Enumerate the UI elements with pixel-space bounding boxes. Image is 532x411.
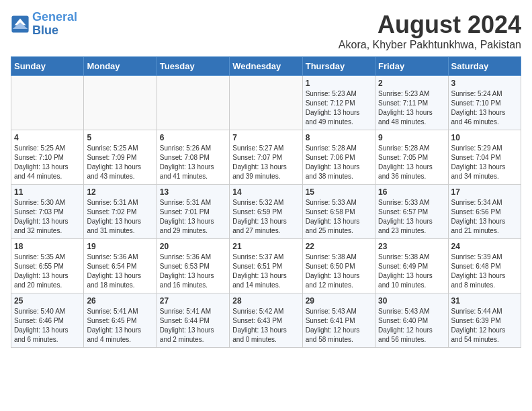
- daylight-info: Daylight: 13 hours and 38 minutes.: [306, 163, 360, 180]
- day-number: 31: [451, 296, 518, 306]
- sunset-info: Sunset: 7:03 PM: [14, 208, 64, 216]
- header-saturday: Saturday: [448, 57, 521, 76]
- calendar-cell: 7 Sunrise: 5:27 AM Sunset: 7:07 PM Dayli…: [230, 130, 302, 185]
- calendar-cell: 2 Sunrise: 5:23 AM Sunset: 7:11 PM Dayli…: [375, 76, 448, 130]
- sunset-info: Sunset: 6:40 PM: [378, 317, 428, 324]
- sunrise-info: Sunrise: 5:35 AM: [14, 253, 65, 261]
- day-number: 26: [87, 296, 153, 306]
- sunset-info: Sunset: 6:45 PM: [87, 317, 136, 324]
- sunset-info: Sunset: 7:02 PM: [87, 208, 136, 216]
- daylight-info: Daylight: 13 hours and 32 minutes.: [14, 218, 69, 234]
- calendar-cell: 1 Sunrise: 5:23 AM Sunset: 7:12 PM Dayli…: [302, 76, 375, 130]
- header-thursday: Thursday: [302, 57, 375, 76]
- sunrise-info: Sunrise: 5:25 AM: [14, 144, 65, 152]
- sunrise-info: Sunrise: 5:29 AM: [451, 144, 502, 152]
- daylight-info: Daylight: 13 hours and 43 minutes.: [87, 163, 141, 180]
- daylight-info: Daylight: 13 hours and 16 minutes.: [160, 272, 214, 289]
- page-header: General Blue August 2024 Akora, Khyber P…: [11, 11, 521, 51]
- day-number: 4: [14, 133, 81, 142]
- day-number: 10: [451, 133, 518, 142]
- calendar-cell: 24 Sunrise: 5:39 AM Sunset: 6:48 PM Dayl…: [448, 239, 521, 293]
- sunrise-info: Sunrise: 5:42 AM: [232, 308, 283, 315]
- header-friday: Friday: [375, 57, 448, 76]
- sunrise-info: Sunrise: 5:23 AM: [306, 90, 357, 97]
- day-number: 12: [87, 187, 153, 197]
- sunset-info: Sunset: 7:10 PM: [14, 154, 64, 161]
- day-number: 8: [306, 133, 372, 142]
- day-number: 30: [378, 296, 445, 306]
- sunset-info: Sunset: 7:12 PM: [306, 99, 355, 107]
- sunset-info: Sunset: 6:58 PM: [306, 208, 355, 216]
- day-number: 14: [232, 187, 299, 197]
- day-number: 22: [306, 242, 372, 251]
- calendar-cell: 12 Sunrise: 5:31 AM Sunset: 7:02 PM Dayl…: [84, 185, 157, 239]
- sunrise-info: Sunrise: 5:36 AM: [160, 253, 211, 261]
- sunset-info: Sunset: 6:49 PM: [378, 263, 428, 270]
- sunset-info: Sunset: 6:39 PM: [451, 317, 501, 324]
- calendar-cell: 20 Sunrise: 5:36 AM Sunset: 6:53 PM Dayl…: [157, 239, 229, 293]
- sunrise-info: Sunrise: 5:38 AM: [306, 253, 357, 261]
- daylight-info: Daylight: 13 hours and 25 minutes.: [306, 218, 360, 234]
- calendar-cell: [230, 76, 302, 130]
- sunset-info: Sunset: 7:09 PM: [87, 154, 136, 161]
- calendar-cell: 6 Sunrise: 5:26 AM Sunset: 7:08 PM Dayli…: [157, 130, 229, 185]
- calendar-cell: 4 Sunrise: 5:25 AM Sunset: 7:10 PM Dayli…: [11, 130, 84, 185]
- sunset-info: Sunset: 6:41 PM: [306, 317, 355, 324]
- day-number: 7: [232, 133, 299, 142]
- sunrise-info: Sunrise: 5:28 AM: [378, 144, 429, 152]
- header-wednesday: Wednesday: [230, 57, 302, 76]
- calendar-cell: 30 Sunrise: 5:43 AM Sunset: 6:40 PM Dayl…: [375, 293, 448, 348]
- sunset-info: Sunset: 6:46 PM: [14, 317, 64, 324]
- sunrise-info: Sunrise: 5:41 AM: [160, 308, 211, 315]
- sunset-info: Sunset: 6:56 PM: [451, 208, 501, 216]
- sunrise-info: Sunrise: 5:31 AM: [160, 199, 211, 206]
- day-number: 5: [87, 133, 153, 142]
- sunset-info: Sunset: 6:57 PM: [378, 208, 428, 216]
- day-number: 16: [378, 187, 445, 197]
- day-number: 23: [378, 242, 445, 251]
- calendar-cell: 11 Sunrise: 5:30 AM Sunset: 7:03 PM Dayl…: [11, 185, 84, 239]
- sunset-info: Sunset: 6:59 PM: [232, 208, 282, 216]
- calendar-cell: 10 Sunrise: 5:29 AM Sunset: 7:04 PM Dayl…: [448, 130, 521, 185]
- day-number: 25: [14, 296, 81, 306]
- day-number: 2: [378, 79, 445, 88]
- daylight-info: Daylight: 12 hours and 56 minutes.: [378, 326, 433, 343]
- daylight-info: Daylight: 13 hours and 44 minutes.: [14, 163, 69, 180]
- daylight-info: Daylight: 13 hours and 6 minutes.: [14, 326, 69, 343]
- day-number: 13: [160, 187, 226, 197]
- day-number: 15: [306, 187, 372, 197]
- sunset-info: Sunset: 7:11 PM: [378, 99, 428, 107]
- daylight-info: Daylight: 12 hours and 58 minutes.: [306, 326, 360, 343]
- calendar-cell: 8 Sunrise: 5:28 AM Sunset: 7:06 PM Dayli…: [302, 130, 375, 185]
- daylight-info: Daylight: 13 hours and 14 minutes.: [232, 272, 287, 289]
- sunset-info: Sunset: 6:43 PM: [232, 317, 282, 324]
- daylight-info: Daylight: 13 hours and 48 minutes.: [378, 109, 433, 126]
- calendar-cell: 21 Sunrise: 5:37 AM Sunset: 6:51 PM Dayl…: [230, 239, 302, 293]
- daylight-info: Daylight: 13 hours and 4 minutes.: [87, 326, 141, 343]
- calendar-week-row: 1 Sunrise: 5:23 AM Sunset: 7:12 PM Dayli…: [11, 76, 521, 130]
- title-block: August 2024 Akora, Khyber Pakhtunkhwa, P…: [339, 11, 521, 51]
- daylight-info: Daylight: 13 hours and 21 minutes.: [451, 218, 506, 234]
- daylight-info: Daylight: 13 hours and 0 minutes.: [232, 326, 287, 343]
- sunrise-info: Sunrise: 5:44 AM: [451, 308, 502, 315]
- sunrise-info: Sunrise: 5:30 AM: [14, 199, 65, 206]
- calendar-cell: 22 Sunrise: 5:38 AM Sunset: 6:50 PM Dayl…: [302, 239, 375, 293]
- sunset-info: Sunset: 7:01 PM: [160, 208, 210, 216]
- sunset-info: Sunset: 7:04 PM: [451, 154, 501, 161]
- logo-text: General Blue: [32, 11, 77, 38]
- sunrise-info: Sunrise: 5:25 AM: [87, 144, 138, 152]
- day-number: 20: [160, 242, 226, 251]
- sunset-info: Sunset: 7:08 PM: [160, 154, 210, 161]
- sunrise-info: Sunrise: 5:36 AM: [87, 253, 138, 261]
- calendar-week-row: 25 Sunrise: 5:40 AM Sunset: 6:46 PM Dayl…: [11, 293, 521, 348]
- daylight-info: Daylight: 13 hours and 41 minutes.: [160, 163, 214, 180]
- header-tuesday: Tuesday: [157, 57, 229, 76]
- sunset-info: Sunset: 6:50 PM: [306, 263, 355, 270]
- calendar-cell: 14 Sunrise: 5:32 AM Sunset: 6:59 PM Dayl…: [230, 185, 302, 239]
- daylight-info: Daylight: 13 hours and 27 minutes.: [232, 218, 287, 234]
- daylight-info: Daylight: 13 hours and 12 minutes.: [306, 272, 360, 289]
- day-number: 9: [378, 133, 445, 142]
- sunrise-info: Sunrise: 5:32 AM: [232, 199, 283, 206]
- sunset-info: Sunset: 7:10 PM: [451, 99, 501, 107]
- calendar-cell: 17 Sunrise: 5:34 AM Sunset: 6:56 PM Dayl…: [448, 185, 521, 239]
